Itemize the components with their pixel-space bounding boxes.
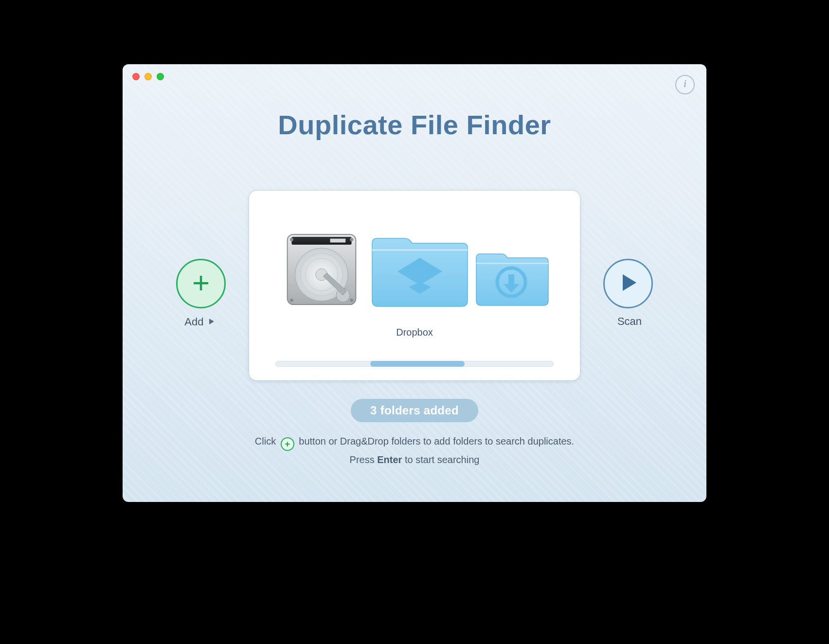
minimize-window-button[interactable] <box>144 73 152 80</box>
add-button[interactable]: + <box>176 259 226 308</box>
svg-point-11 <box>290 238 293 241</box>
added-items-row <box>249 220 580 312</box>
svg-rect-15 <box>372 249 468 251</box>
app-title: Duplicate File Finder <box>123 109 706 141</box>
drop-zone-card[interactable]: Dropbox <box>249 191 580 380</box>
folder-dropbox-icon[interactable] <box>367 230 469 312</box>
chevron-right-icon <box>209 315 215 328</box>
play-icon <box>618 272 638 295</box>
disk-icon[interactable] <box>279 227 364 312</box>
svg-point-14 <box>350 299 353 302</box>
horizontal-scrollbar[interactable] <box>275 361 554 367</box>
scrollbar-thumb[interactable] <box>370 361 465 367</box>
zoom-window-button[interactable] <box>157 73 164 80</box>
scan-button[interactable] <box>603 259 653 308</box>
hint-line-2: Press Enter to start searching <box>123 454 706 465</box>
svg-point-12 <box>350 238 353 241</box>
info-button[interactable]: i <box>675 75 695 94</box>
svg-rect-4 <box>330 239 346 243</box>
svg-rect-21 <box>476 263 548 264</box>
plus-icon: + <box>281 437 294 451</box>
close-window-button[interactable] <box>132 73 140 80</box>
scan-button-label: Scan <box>600 315 659 328</box>
selected-item-caption: Dropbox <box>249 327 580 338</box>
svg-marker-1 <box>623 274 636 291</box>
window-controls <box>132 73 164 80</box>
status-pill: 3 folders added <box>351 399 478 422</box>
info-icon: i <box>684 77 686 89</box>
add-button-label: Add <box>170 315 229 328</box>
svg-rect-23 <box>508 274 514 285</box>
svg-point-13 <box>290 299 293 302</box>
svg-marker-0 <box>209 319 214 324</box>
hint-line-1: Click + button or Drag&Drop folders to a… <box>123 436 706 451</box>
app-window: i Duplicate File Finder + Add Scan <box>123 64 706 502</box>
folder-downloads-icon[interactable] <box>472 247 550 309</box>
